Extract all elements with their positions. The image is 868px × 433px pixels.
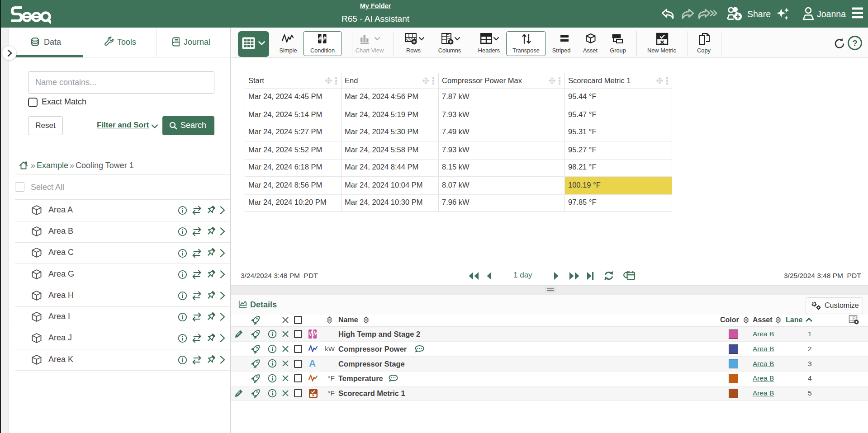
svg-text:?: ? [852, 38, 858, 48]
